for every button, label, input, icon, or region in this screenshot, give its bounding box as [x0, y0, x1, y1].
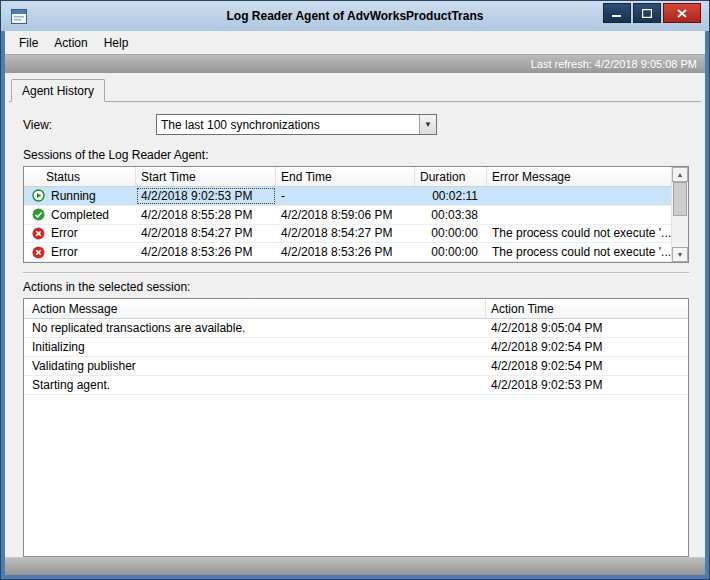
scroll-up-icon: ▲ [677, 171, 684, 178]
end-time-cell: 4/2/2018 8:53:26 PM [276, 243, 415, 261]
action-message-cell: Initializing [24, 338, 486, 356]
menu-bar: File Action Help [5, 31, 705, 54]
error-message-cell [487, 187, 671, 205]
start-time-cell: 4/2/2018 8:55:28 PM [136, 206, 276, 224]
view-label: View: [23, 118, 156, 132]
column-header-status[interactable]: Status [24, 167, 136, 186]
actions-table: Action Message Action Time No replicated… [23, 298, 689, 557]
error-message-cell [487, 206, 671, 224]
scroll-up-button[interactable]: ▲ [672, 167, 688, 182]
action-time-cell: 4/2/2018 9:02:54 PM [486, 357, 688, 375]
action-row[interactable]: Validating publisher 4/2/2018 9:02:54 PM [24, 357, 688, 376]
column-header-duration[interactable]: Duration [415, 167, 487, 186]
titlebar: Log Reader Agent of AdvWorksProductTrans [1, 1, 709, 31]
running-icon [32, 189, 45, 202]
table-row[interactable]: Error 4/2/2018 8:54:27 PM 4/2/2018 8:54:… [24, 225, 671, 244]
status-text: Completed [51, 208, 109, 222]
action-row[interactable]: Initializing 4/2/2018 9:02:54 PM [24, 338, 688, 357]
start-time-cell: 4/2/2018 9:02:53 PM [136, 187, 276, 205]
action-time-cell: 4/2/2018 9:02:53 PM [486, 376, 688, 394]
status-text: Error [51, 245, 78, 259]
status-cell: Error [24, 225, 136, 243]
close-button[interactable] [663, 3, 701, 23]
action-row[interactable]: No replicated transactions are available… [24, 319, 688, 338]
error-icon [32, 227, 45, 240]
status-text: Running [51, 189, 96, 203]
view-dropdown-value: The last 100 synchronizations [157, 115, 419, 134]
tab-strip: Agent History [9, 78, 701, 102]
app-frame: File Action Help Last refresh: 4/2/2018 … [5, 31, 705, 575]
table-row[interactable]: Completed 4/2/2018 8:55:28 PM 4/2/2018 8… [24, 206, 671, 225]
minimize-icon [612, 9, 622, 18]
end-time-cell: 4/2/2018 8:54:27 PM [276, 225, 415, 243]
status-text: Error [51, 226, 78, 240]
sessions-table-header: Status Start Time End Time Duration Erro… [24, 167, 671, 187]
scroll-down-button[interactable]: ▼ [672, 247, 688, 262]
action-row[interactable]: Starting agent. 4/2/2018 9:02:53 PM [24, 376, 688, 395]
status-cell: Running [24, 187, 136, 205]
action-time-cell: 4/2/2018 9:02:54 PM [486, 338, 688, 356]
error-message-cell: The process could not execute '... [487, 243, 671, 261]
menu-item-file[interactable]: File [11, 33, 46, 53]
window: Log Reader Agent of AdvWorksProductTrans… [0, 0, 710, 580]
end-time-cell: 4/2/2018 8:59:06 PM [276, 206, 415, 224]
vertical-scrollbar[interactable]: ▲ ▼ [671, 167, 688, 262]
action-time-cell: 4/2/2018 9:05:04 PM [486, 319, 688, 337]
chevron-down-icon: ▼ [424, 121, 432, 129]
column-header-action-time[interactable]: Action Time [486, 299, 688, 318]
status-bar [5, 557, 705, 575]
minimize-button[interactable] [603, 3, 631, 23]
end-time-cell: - [276, 187, 415, 205]
window-icon [11, 9, 27, 24]
section-divider [23, 272, 689, 274]
error-message-cell: The process could not execute '... [487, 225, 671, 243]
action-message-cell: Validating publisher [24, 357, 486, 375]
scroll-track[interactable] [672, 182, 688, 247]
view-row: View: The last 100 synchronizations ▼ [23, 114, 689, 135]
tab-page: View: The last 100 synchronizations ▼ Se… [9, 102, 701, 557]
status-cell: Completed [24, 206, 136, 224]
duration-cell: 00:02:11 [415, 187, 487, 205]
sessions-table-main: Status Start Time End Time Duration Erro… [24, 167, 671, 262]
titlebar-buttons [603, 3, 701, 23]
duration-cell: 00:00:00 [415, 225, 487, 243]
start-time-cell: 4/2/2018 8:54:27 PM [136, 225, 276, 243]
duration-cell: 00:03:38 [415, 206, 487, 224]
menu-item-action[interactable]: Action [46, 33, 95, 53]
maximize-button[interactable] [633, 3, 661, 23]
view-dropdown[interactable]: The last 100 synchronizations ▼ [156, 114, 437, 135]
table-row[interactable]: Running 4/2/2018 9:02:53 PM - 00:02:11 [24, 187, 671, 206]
error-icon [32, 246, 45, 259]
sessions-table: Status Start Time End Time Duration Erro… [23, 166, 689, 263]
completed-icon [32, 208, 45, 221]
table-row[interactable]: Error 4/2/2018 8:53:26 PM 4/2/2018 8:53:… [24, 243, 671, 262]
start-time-cell: 4/2/2018 8:53:26 PM [136, 243, 276, 261]
scroll-down-icon: ▼ [677, 251, 684, 258]
status-cell: Error [24, 243, 136, 261]
last-refresh-bar: Last refresh: 4/2/2018 9:05:08 PM [5, 54, 705, 73]
menu-item-help[interactable]: Help [96, 33, 137, 53]
column-header-start-time[interactable]: Start Time [136, 167, 276, 186]
column-header-error-message[interactable]: Error Message [487, 167, 671, 186]
scroll-thumb[interactable] [673, 182, 687, 216]
column-header-end-time[interactable]: End Time [276, 167, 415, 186]
view-dropdown-button[interactable]: ▼ [419, 115, 436, 134]
action-message-cell: No replicated transactions are available… [24, 319, 486, 337]
last-refresh-text: Last refresh: 4/2/2018 9:05:08 PM [531, 58, 697, 70]
duration-cell: 00:00:00 [415, 243, 487, 261]
actions-table-header: Action Message Action Time [24, 299, 688, 319]
content: Agent History View: The last 100 synchro… [5, 73, 705, 557]
maximize-icon [642, 9, 652, 18]
actions-heading: Actions in the selected session: [23, 280, 689, 294]
sessions-heading: Sessions of the Log Reader Agent: [23, 148, 689, 162]
actions-table-empty-area [24, 395, 688, 556]
close-icon [677, 9, 687, 18]
column-header-action-message[interactable]: Action Message [24, 299, 486, 318]
action-message-cell: Starting agent. [24, 376, 486, 394]
tab-agent-history[interactable]: Agent History [11, 79, 105, 102]
